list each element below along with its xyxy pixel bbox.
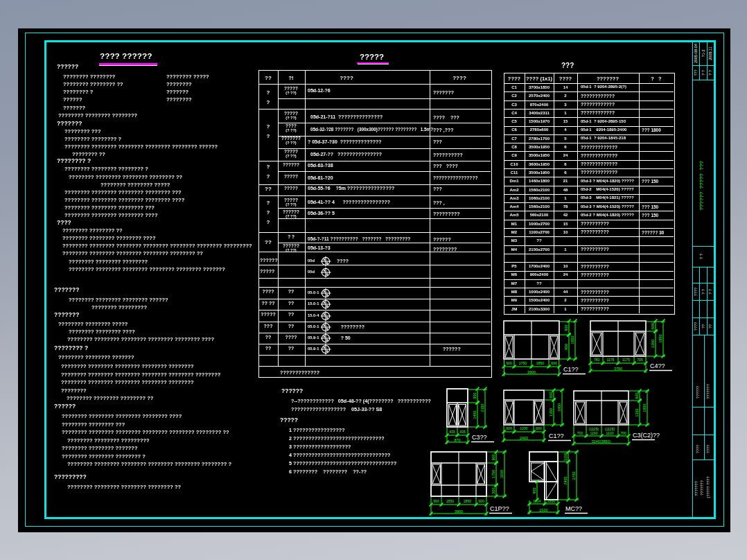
svg-text:2100: 2100 — [540, 508, 548, 512]
svg-text:1175: 1175 — [606, 358, 614, 362]
svg-text:2750: 2750 — [572, 472, 576, 480]
svg-text:2400: 2400 — [563, 477, 568, 485]
svg-text:1200: 1200 — [520, 426, 528, 430]
svg-text:3900: 3900 — [527, 370, 536, 374]
svg-text:1950: 1950 — [557, 403, 561, 412]
svg-text:1950: 1950 — [658, 335, 662, 343]
svg-text:1850: 1850 — [446, 499, 455, 503]
svg-text:435: 435 — [449, 430, 455, 434]
svg-text:600: 600 — [478, 499, 484, 503]
svg-text:700: 700 — [577, 431, 583, 435]
svg-text:3900: 3900 — [455, 509, 463, 514]
svg-text:900: 900 — [433, 499, 439, 503]
svg-text:1750: 1750 — [491, 470, 495, 478]
svg-text:MC??: MC?? — [565, 505, 582, 512]
svg-text:1100: 1100 — [606, 431, 613, 435]
svg-text:3150: 3150 — [500, 470, 504, 478]
svg-text:705: 705 — [637, 358, 643, 362]
svg-text:780: 780 — [594, 358, 600, 362]
svg-text:900: 900 — [506, 361, 512, 365]
svg-text:900: 900 — [491, 455, 495, 461]
svg-text:1350: 1350 — [651, 340, 655, 348]
svg-text:1190: 1190 — [590, 431, 597, 435]
svg-text:500: 500 — [491, 488, 495, 494]
svg-text:1750: 1750 — [519, 361, 527, 365]
svg-text:C1??: C1?? — [563, 366, 579, 373]
svg-text:1024: 1024 — [533, 499, 541, 503]
svg-text:435: 435 — [459, 430, 466, 434]
svg-text:C3??: C3?? — [472, 434, 487, 441]
svg-text:3750: 3750 — [614, 367, 622, 371]
svg-text:C1P??: C1P?? — [490, 505, 509, 512]
svg-text:1850: 1850 — [464, 499, 472, 503]
svg-text:C4??: C4?? — [650, 362, 665, 369]
svg-text:600: 600 — [549, 392, 553, 399]
svg-text:600: 600 — [551, 361, 557, 365]
svg-text:600: 600 — [536, 426, 542, 430]
svg-text:900: 900 — [532, 488, 536, 494]
svg-text:900: 900 — [564, 325, 568, 331]
svg-text:C3(C2)??: C3(C2)?? — [633, 432, 660, 439]
svg-text:3240(3850): 3240(3850) — [592, 439, 611, 444]
svg-text:1950: 1950 — [642, 404, 647, 412]
svg-text:1175: 1175 — [622, 358, 630, 362]
svg-text:2350: 2350 — [480, 404, 484, 412]
svg-text:950: 950 — [564, 344, 568, 350]
svg-text:1850: 1850 — [547, 499, 556, 503]
svg-text:700: 700 — [620, 431, 626, 435]
svg-text:1350: 1350 — [549, 408, 553, 417]
svg-text:1850: 1850 — [536, 361, 545, 365]
svg-text:1850: 1850 — [570, 336, 574, 344]
svg-text:900: 900 — [473, 393, 477, 399]
svg-text:1350: 1350 — [635, 409, 639, 417]
svg-text:C1??: C1?? — [549, 432, 564, 439]
svg-text:600: 600 — [506, 426, 512, 430]
svg-text:1450: 1450 — [473, 411, 477, 419]
svg-text:870: 870 — [455, 438, 461, 442]
svg-text:600: 600 — [635, 393, 639, 399]
svg-text:1150: 1150 — [563, 453, 568, 461]
svg-text:2400: 2400 — [520, 436, 528, 440]
svg-text:600: 600 — [651, 323, 655, 329]
